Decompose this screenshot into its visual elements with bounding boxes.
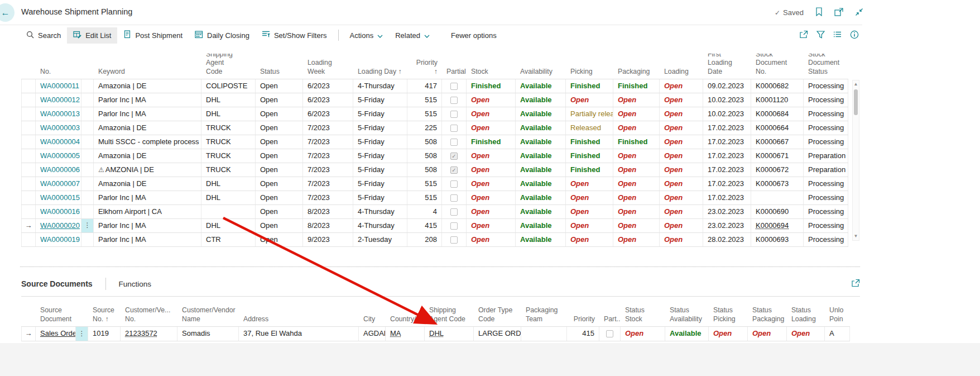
record-link[interactable]: WA0000012 [40,96,80,104]
record-link[interactable]: WA0000016 [40,207,80,216]
record-link[interactable]: WA0000005 [40,151,80,160]
cell-link[interactable]: Sales Order [40,329,76,337]
collapse-button[interactable] [855,8,863,18]
col-header-part[interactable]: Part... [599,298,621,326]
partial-checkbox[interactable] [450,222,458,230]
related-menu-button[interactable]: Related [389,27,436,44]
search-button[interactable]: Search [20,27,67,44]
cell-link[interactable]: DHL [429,329,444,337]
cell-link[interactable]: WA0000020 [40,221,80,230]
col-header-srcno[interactable]: Source No. ↑ [88,298,121,326]
scrollbar-thumb[interactable] [854,89,858,115]
source-share-button[interactable] [851,279,860,289]
col-header-week[interactable]: Loading Week [303,54,353,79]
table-row[interactable]: WA0000013Parlor Inc | MADHLOpen6/20235-F… [21,107,848,121]
col-header-keyword[interactable]: Keyword [94,54,201,79]
col-header-no[interactable]: No. [36,54,81,79]
table-row[interactable]: WA0000007Amazonia | DEDHLOpen7/20235-Fri… [21,177,848,191]
back-button[interactable]: ← [0,3,15,22]
col-header-statstock[interactable]: Status Stock [621,298,665,326]
record-link[interactable]: WA0000011 [40,82,79,90]
filter-button[interactable] [816,31,825,40]
table-row[interactable]: WA0000012Parlor Inc | MADHLOpen6/20235-F… [21,93,848,107]
table-row[interactable]: →WA0000020⋮Parlor Inc | MADHLOpen8/20234… [21,219,848,233]
col-header-agent[interactable]: Shipping Agent Code [425,298,474,326]
partial-checkbox[interactable] [450,97,458,104]
col-header-dots[interactable] [76,298,88,326]
col-header-packteam[interactable]: Packaging Team [521,298,567,326]
col-header-unload[interactable]: Unlo Poin [825,298,850,326]
table-row[interactable]: WA0000019Parlor Inc | MACTROpen9/20232-T… [21,233,848,247]
actions-menu-button[interactable]: Actions [344,27,390,44]
col-header-statpack[interactable]: Status Packaging [748,298,787,326]
choose-columns-button[interactable] [833,31,842,40]
col-header-ordertype[interactable]: Order Type Code [474,298,521,326]
record-link[interactable]: WA0000019 [40,235,80,244]
cell-link[interactable]: K0000694 [756,221,789,230]
cell-link[interactable]: 21233572 [125,329,157,337]
fewer-options-button[interactable]: Fewer options [445,27,503,44]
col-header-country[interactable]: Country/Regi... [386,298,425,326]
table-row[interactable]: WA0000003Amazonia | DETRUCKOpen7/20235-F… [21,121,848,135]
record-link[interactable]: WA0000007 [40,179,80,188]
record-link[interactable]: WA0000013 [40,110,80,118]
edit-list-button[interactable]: Edit List [67,27,117,44]
col-header-srcdoc[interactable]: Source Document [36,298,76,326]
col-header-firstdate[interactable]: First Loading Date [703,54,751,79]
record-link[interactable]: WA0000003 [40,123,80,132]
col-header-rowmark[interactable] [21,54,36,79]
col-header-loading[interactable]: Loading [660,54,703,79]
col-header-stockdoc[interactable]: Stock Document No. [751,54,804,79]
record-link[interactable]: WA0000006 [40,165,80,174]
col-header-statavail[interactable]: Status Availability [665,298,709,326]
col-header-rowmark[interactable] [21,298,36,326]
record-link[interactable]: WA0000015 [40,193,80,202]
scroll-up-arrow[interactable]: ▲ [853,81,859,88]
partial-checkbox[interactable] [450,83,458,90]
col-header-agent[interactable]: Shipping Agent Code [201,54,256,79]
cell-link[interactable]: MA [390,329,401,337]
partial-checkbox[interactable] [450,139,458,146]
table-row[interactable]: WA0000006⚠AMZONIA | DETRUCKOpen7/20235-F… [21,163,848,177]
partial-checkbox[interactable] [450,111,458,118]
col-header-day[interactable]: Loading Day ↑ [353,54,407,79]
partial-checkbox[interactable] [450,125,458,132]
col-header-dots[interactable] [81,54,94,79]
col-header-city[interactable]: City [359,298,386,326]
col-header-partial[interactable]: Partial [442,54,467,79]
col-header-picking[interactable]: Picking [566,54,613,79]
col-header-priority[interactable]: Priority ↑ [407,54,442,79]
col-header-status[interactable]: Status [256,54,303,79]
open-in-new-window-button[interactable] [834,8,843,18]
scroll-down-arrow[interactable]: ▼ [853,233,859,240]
partial-checkbox[interactable] [450,236,458,244]
partial-checkbox[interactable] [450,180,458,188]
col-header-stock[interactable]: Stock [467,54,516,79]
set-show-filters-button[interactable]: Set/Show Filters [256,27,333,44]
col-header-custno[interactable]: Customer/Ve... No. [121,298,177,326]
row-kebab-menu[interactable]: ⋮ [81,219,94,232]
col-header-priority[interactable]: Priority [567,298,599,326]
info-button[interactable] [850,30,859,41]
col-header-custname[interactable]: Customer/Vendor Name [177,298,239,326]
table-row[interactable]: WA0000015Parlor Inc | MADHLOpen7/20235-F… [21,191,848,205]
vertical-scrollbar[interactable]: ▲ ▼ [852,80,859,241]
functions-menu-button[interactable]: Functions [119,280,152,288]
table-row[interactable]: WA0000004Multi SSCC - complete process c… [21,135,848,149]
col-header-packaging[interactable]: Packaging [613,54,660,79]
record-link[interactable]: WA0000004 [40,137,80,146]
partial-checkbox[interactable] [450,194,458,202]
partial-checkbox[interactable] [450,208,458,216]
pane-splitter[interactable] [20,266,860,267]
col-header-availability[interactable]: Availability [516,54,566,79]
col-header-stockstatus[interactable]: Stock Document Status [804,54,848,79]
partial-checkbox[interactable]: ✓ [450,153,458,160]
table-row[interactable]: WA0000016Elkhorn Airport | CAOpen8/20234… [21,205,848,219]
col-header-statpick[interactable]: Status Picking [709,298,748,326]
col-header-statload[interactable]: Status Loading [787,298,825,326]
table-row[interactable]: WA0000011Amazonia | DECOLIPOSTEOpen6/202… [21,79,848,93]
col-header-address[interactable]: Address [239,298,359,326]
post-shipment-button[interactable]: Post Shipment [117,27,189,44]
daily-closing-button[interactable]: Daily Closing [189,27,256,44]
table-row[interactable]: →Sales Order⋮101921233572Somadis37, Rue … [21,327,850,341]
